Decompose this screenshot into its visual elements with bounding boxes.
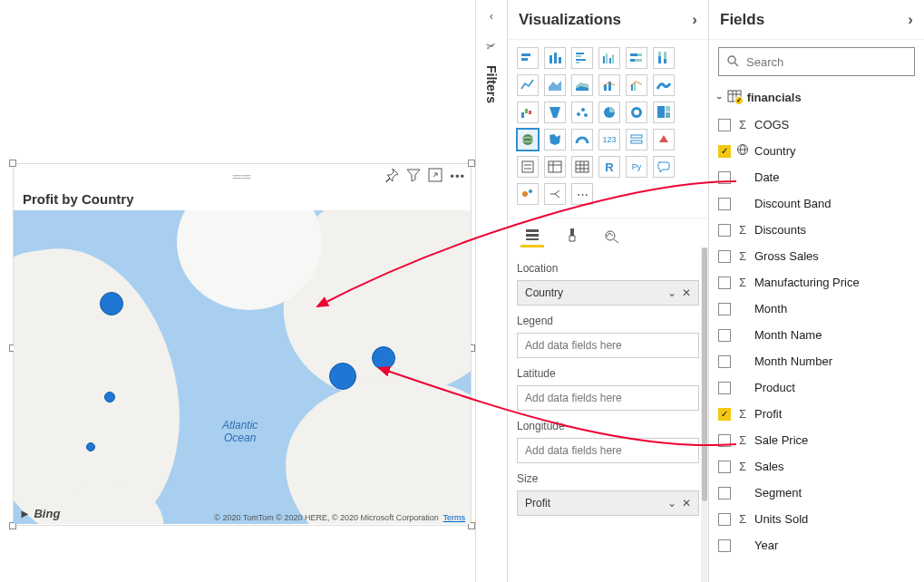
filter-icon[interactable] xyxy=(406,168,421,185)
viz-keyinfluencers-icon[interactable] xyxy=(517,183,539,205)
analytics-tab-icon[interactable] xyxy=(600,224,624,247)
field-row[interactable]: ΣSales xyxy=(718,453,919,480)
filters-label[interactable]: Filters xyxy=(484,65,499,103)
viz-area-icon[interactable] xyxy=(544,74,566,96)
viz-pie-icon[interactable] xyxy=(598,102,620,123)
field-row[interactable]: Month Name xyxy=(718,322,919,348)
viz-clustered-bar-icon[interactable] xyxy=(571,47,593,69)
collapse-chevron-icon[interactable]: ‹ xyxy=(476,0,507,32)
remove-icon[interactable]: ✕ xyxy=(682,497,691,509)
map-bubble[interactable] xyxy=(86,442,95,451)
viz-100-bar-icon[interactable] xyxy=(626,47,647,69)
viz-get-more-icon[interactable]: ⋯ xyxy=(571,183,593,205)
viz-filled-map-icon[interactable] xyxy=(544,129,566,150)
field-checkbox[interactable] xyxy=(718,329,731,342)
viz-map-icon[interactable] xyxy=(517,129,539,150)
field-row[interactable]: Year xyxy=(718,532,919,558)
well-longitude[interactable]: Add data fields here xyxy=(517,438,699,463)
field-row[interactable]: ΣGross Sales xyxy=(718,243,919,269)
map-bubble[interactable] xyxy=(100,292,123,315)
field-checkbox[interactable] xyxy=(718,513,731,526)
field-checkbox[interactable] xyxy=(718,224,731,237)
map-body[interactable]: AtlanticOcean ► Bing © 2020 TomTom © 202… xyxy=(14,210,471,524)
scrollbar[interactable] xyxy=(701,247,708,582)
viz-r-icon[interactable]: R xyxy=(598,156,620,178)
field-row[interactable]: ΣManufacturing Price xyxy=(718,269,919,296)
map-bubble[interactable] xyxy=(104,392,115,403)
viz-qa-icon[interactable] xyxy=(653,156,675,178)
fields-tab-icon[interactable] xyxy=(520,224,544,247)
map-visual[interactable]: ══ ••• Profit by Country AtlanticOcean xyxy=(13,163,472,526)
viz-combo2-icon[interactable] xyxy=(626,74,647,96)
field-checkbox[interactable] xyxy=(718,355,731,368)
field-checkbox[interactable] xyxy=(718,382,731,394)
more-icon[interactable]: ••• xyxy=(450,170,465,183)
viz-gauge-icon[interactable] xyxy=(571,129,593,150)
well-latitude[interactable]: Add data fields here xyxy=(517,385,699,411)
viz-treemap-icon[interactable] xyxy=(653,102,675,123)
announce-icon[interactable]: ✁ xyxy=(475,33,509,60)
field-checkbox[interactable] xyxy=(718,303,731,315)
viz-donut-icon[interactable] xyxy=(626,102,647,123)
report-canvas[interactable]: ══ ••• Profit by Country AtlanticOcean xyxy=(0,0,475,582)
terms-link[interactable]: Terms xyxy=(443,513,466,522)
field-row[interactable]: ΣDiscounts xyxy=(718,217,919,243)
viz-ribbon-icon[interactable] xyxy=(653,74,675,96)
field-checkbox[interactable] xyxy=(718,119,731,131)
field-row[interactable]: Month Number xyxy=(718,348,919,374)
viz-scatter-icon[interactable] xyxy=(571,102,593,123)
viz-stacked-bar-icon[interactable] xyxy=(517,47,539,69)
search-input[interactable]: Search xyxy=(718,47,915,76)
well-location[interactable]: Country ⌄✕ xyxy=(517,280,699,306)
well-legend[interactable]: Add data fields here xyxy=(517,333,699,358)
remove-icon[interactable]: ✕ xyxy=(682,286,691,299)
field-row[interactable]: ΣCOGS xyxy=(718,112,919,138)
field-checkbox[interactable] xyxy=(718,434,731,447)
field-row[interactable]: ✓ΣProfit xyxy=(718,401,919,427)
viz-combo-icon[interactable] xyxy=(598,74,620,96)
field-row[interactable]: ΣUnits Sold xyxy=(718,506,919,532)
field-row[interactable]: ΣSale Price xyxy=(718,427,919,453)
field-checkbox[interactable]: ✓ xyxy=(718,145,731,158)
focus-icon[interactable] xyxy=(428,168,443,185)
viz-slicer-icon[interactable] xyxy=(517,156,539,178)
chevron-down-icon[interactable]: ⌄ xyxy=(667,497,676,509)
viz-py-icon[interactable]: Py xyxy=(626,156,647,178)
viz-funnel-icon[interactable] xyxy=(544,102,566,123)
field-checkbox[interactable] xyxy=(718,461,731,473)
viz-waterfall-icon[interactable] xyxy=(517,102,539,123)
field-checkbox[interactable]: ✓ xyxy=(718,408,731,421)
field-checkbox[interactable] xyxy=(718,250,731,263)
format-tab-icon[interactable] xyxy=(560,224,584,247)
field-checkbox[interactable] xyxy=(718,198,731,210)
field-row[interactable]: Date xyxy=(718,164,919,190)
viz-kpi-icon[interactable] xyxy=(653,129,675,150)
map-bubble[interactable] xyxy=(329,363,356,390)
viz-multirow-icon[interactable] xyxy=(626,129,647,150)
field-row[interactable]: Product xyxy=(718,374,919,401)
collapse-chevron-icon[interactable]: › xyxy=(692,11,697,29)
drag-grip-icon[interactable]: ══ xyxy=(233,170,251,183)
viz-table-icon[interactable] xyxy=(544,156,566,178)
viz-decomposition-icon[interactable] xyxy=(544,183,566,205)
viz-matrix-icon[interactable] xyxy=(571,156,593,178)
field-checkbox[interactable] xyxy=(718,487,731,500)
viz-stacked-area-icon[interactable] xyxy=(571,74,593,96)
resize-handle[interactable] xyxy=(9,160,16,167)
field-row[interactable]: ✓Country xyxy=(718,138,919,164)
field-checkbox[interactable] xyxy=(718,539,731,552)
viz-stacked-column-icon[interactable] xyxy=(544,47,566,69)
well-size[interactable]: Profit ⌄✕ xyxy=(517,490,699,516)
field-checkbox[interactable] xyxy=(718,171,731,184)
fields-table-header[interactable]: › ✓ financials xyxy=(709,83,924,112)
resize-handle[interactable] xyxy=(468,160,475,167)
map-bubble[interactable] xyxy=(372,346,395,370)
viz-100-column-icon[interactable] xyxy=(653,47,675,69)
viz-clustered-column-icon[interactable] xyxy=(598,47,620,69)
viz-line-icon[interactable] xyxy=(517,74,539,96)
viz-card-icon[interactable]: 123 xyxy=(598,129,620,150)
field-row[interactable]: Discount Band xyxy=(718,190,919,217)
field-checkbox[interactable] xyxy=(718,276,731,289)
field-row[interactable]: Month xyxy=(718,296,919,322)
field-row[interactable]: Segment xyxy=(718,480,919,506)
